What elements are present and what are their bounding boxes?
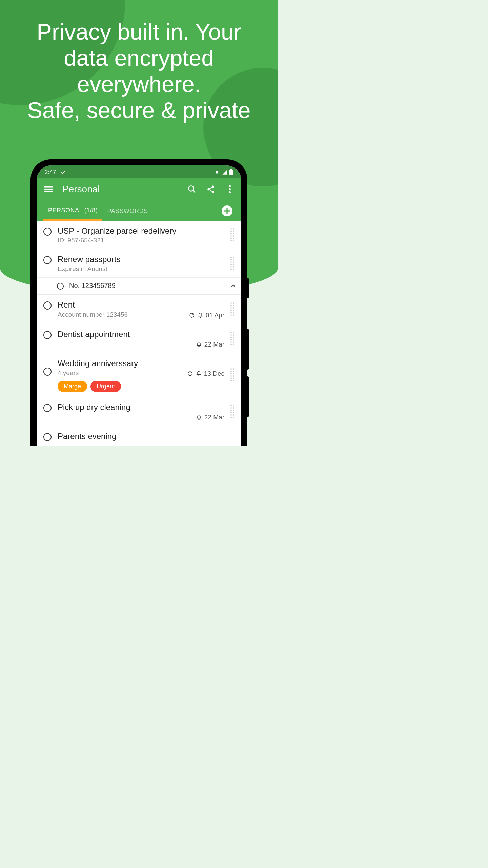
svg-line-6 [193, 190, 195, 193]
item-title: Dentist appointment [58, 329, 224, 339]
bell-icon [198, 312, 203, 318]
list-item[interactable]: Renew passports Expires in August [37, 249, 241, 277]
headline-text: everywhere. [14, 71, 264, 97]
check-icon [60, 169, 66, 175]
drag-handle-icon[interactable] [230, 332, 237, 345]
list-item[interactable]: Dentist appointment 22 Mar [37, 324, 241, 353]
signal-icon [222, 170, 228, 175]
checkbox-circle[interactable] [43, 331, 52, 339]
list-item[interactable]: Parents evening [37, 426, 241, 446]
item-subtitle: 4 years [58, 369, 79, 377]
item-title: USP - Organize parcel redelivery [58, 225, 224, 236]
checkbox-circle[interactable] [43, 301, 52, 310]
list-item[interactable]: Wedding anniverssary 4 years 13 Dec Marg… [37, 353, 241, 397]
page-title: Personal [62, 184, 178, 195]
drag-handle-icon[interactable] [230, 257, 237, 270]
svg-rect-16 [224, 210, 230, 211]
battery-icon [229, 169, 233, 175]
sub-item[interactable]: No. 123456789 [37, 277, 241, 294]
svg-rect-2 [44, 186, 53, 187]
checkbox-circle[interactable] [43, 433, 52, 441]
wifi-icon [214, 170, 220, 175]
svg-point-14 [229, 191, 231, 193]
checkbox-circle[interactable] [43, 404, 52, 412]
phone-frame: 2:47 Personal [30, 159, 247, 446]
more-icon[interactable] [225, 184, 235, 194]
item-date: 22 Mar [204, 341, 224, 348]
tab-personal[interactable]: PERSONAL (1/8) [43, 201, 102, 221]
checkbox-circle[interactable] [57, 283, 64, 290]
item-subtitle: ID: 987-654-321 [58, 237, 224, 244]
headline-text: Privacy built in. Your [14, 19, 264, 45]
list-item[interactable]: Rent Account number 123456 01 Apr [37, 295, 241, 324]
drag-handle-icon[interactable] [230, 368, 237, 381]
list-item[interactable]: Pick up dry cleaning 22 Mar [37, 397, 241, 426]
bell-icon [196, 371, 201, 377]
bell-icon [196, 341, 202, 348]
drag-handle-icon[interactable] [230, 405, 237, 418]
svg-point-5 [188, 186, 194, 191]
svg-rect-0 [229, 170, 233, 175]
app-bar: Personal [37, 178, 241, 201]
menu-icon[interactable] [43, 184, 53, 194]
search-icon[interactable] [187, 184, 197, 194]
svg-rect-4 [44, 191, 53, 192]
bell-icon [196, 414, 202, 420]
headline-text: Safe, secure & private [14, 97, 264, 123]
chevron-up-icon[interactable] [230, 282, 237, 289]
checkbox-circle[interactable] [43, 228, 52, 236]
item-date: 01 Apr [206, 312, 224, 319]
tag-marge[interactable]: Marge [58, 381, 87, 392]
status-time: 2:47 [45, 169, 56, 176]
item-title: Pick up dry cleaning [58, 402, 224, 412]
sub-item-text: No. 123456789 [69, 282, 224, 290]
headline-text: data encrypted [14, 45, 264, 71]
item-title: Parents evening [58, 431, 237, 441]
drag-handle-icon[interactable] [230, 228, 237, 241]
tab-passwords[interactable]: PASSWORDS [102, 201, 152, 220]
svg-rect-1 [230, 169, 232, 170]
recur-icon [187, 371, 193, 377]
task-list[interactable]: USP - Organize parcel redelivery ID: 987… [37, 221, 241, 446]
add-button[interactable] [222, 205, 232, 216]
svg-line-11 [209, 190, 212, 191]
checkbox-circle[interactable] [43, 368, 52, 376]
drag-handle-icon[interactable] [230, 302, 237, 316]
item-date: 13 Dec [204, 370, 224, 377]
item-subtitle: Expires in August [58, 265, 224, 273]
item-title: Rent [58, 299, 224, 310]
marketing-headline: Privacy built in. Your data encrypted ev… [0, 0, 278, 123]
status-bar: 2:47 [37, 165, 241, 178]
svg-point-13 [229, 188, 231, 190]
item-title: Wedding anniverssary [58, 358, 224, 369]
item-subtitle: Account number 123456 [58, 311, 128, 318]
svg-point-12 [229, 185, 231, 187]
item-date: 22 Mar [204, 414, 224, 421]
tab-bar: PERSONAL (1/8) PASSWORDS [37, 201, 241, 221]
tag-urgent[interactable]: Urgent [90, 381, 121, 392]
svg-line-10 [209, 187, 212, 189]
list-item[interactable]: USP - Organize parcel redelivery ID: 987… [37, 221, 241, 249]
item-title: Renew passports [58, 254, 224, 264]
recur-icon [189, 312, 195, 318]
checkbox-circle[interactable] [43, 256, 52, 264]
svg-rect-3 [44, 189, 53, 190]
share-icon[interactable] [206, 184, 216, 194]
